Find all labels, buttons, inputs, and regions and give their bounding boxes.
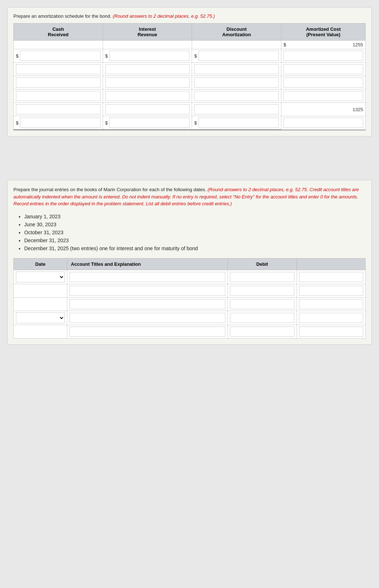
date-item-4: December 31, 2023 — [24, 236, 366, 244]
journal-debit-1a — [228, 270, 297, 284]
amort-initial-discount — [192, 41, 281, 49]
date-item-2: June 30, 2023 — [24, 220, 366, 228]
journal-col-debit: Debit — [228, 258, 297, 270]
section-spacer — [0, 144, 379, 173]
amort-row3-cash — [14, 76, 103, 89]
journal-credit-2a — [297, 311, 365, 325]
journal-credit-input-2b[interactable] — [299, 327, 363, 337]
journal-credit-input-2a[interactable] — [299, 313, 363, 323]
journal-debit-2b — [228, 325, 297, 338]
journal-table: Date Account Titles and Explanation Debi… — [13, 258, 366, 339]
amort-row3-interest-input[interactable] — [105, 77, 190, 88]
amort-row3-amort-input[interactable] — [284, 77, 363, 88]
amort-row1-interest-input[interactable] — [109, 51, 190, 61]
journal-row-1c — [14, 297, 366, 311]
journal-account-2a — [67, 311, 228, 325]
amort-row2-interest-input[interactable] — [105, 64, 190, 74]
amort-row3-cash-input[interactable] — [16, 77, 101, 88]
journal-account-input-1c[interactable] — [69, 299, 225, 309]
journal-credit-input-1c[interactable] — [299, 299, 363, 309]
journal-date-2b — [14, 325, 67, 338]
amort-total-discount: $ — [192, 116, 281, 130]
amort-row5-cash — [14, 103, 103, 116]
amort-row2-discount-input[interactable] — [194, 64, 279, 74]
journal-account-1c — [67, 297, 228, 311]
journal-date-1: January 1, 2023 June 30, 2023 October 31… — [14, 270, 67, 284]
amort-initial-interest — [103, 41, 192, 49]
journal-debit-input-1a[interactable] — [230, 272, 294, 282]
journal-section: Prepare the journal entries on the books… — [7, 180, 372, 345]
amort-row4-interest-input[interactable] — [105, 91, 190, 101]
col-header-discount: DiscountAmortization — [192, 24, 281, 41]
amort-row4-cash — [14, 89, 103, 103]
amort-row3-discount-input[interactable] — [194, 77, 279, 88]
amort-total-row: $ $ $ — [14, 116, 366, 130]
amort-row5-interest-input[interactable] — [105, 104, 190, 114]
dollar-sign-total-disc: $ — [194, 120, 197, 126]
journal-credit-input-1a[interactable] — [299, 272, 363, 282]
amort-row5-discount — [192, 103, 281, 116]
amort-row1-discount: $ — [192, 49, 281, 63]
col-header-amort-cost: Amortized Cost(Present Value) — [281, 24, 366, 41]
amort-row4-cash-input[interactable] — [16, 91, 101, 101]
journal-debit-input-2b[interactable] — [230, 327, 294, 337]
amort-initial-row: $ 1255 — [14, 41, 366, 49]
amort-row1-amort — [281, 49, 366, 63]
amort-total-amort — [281, 116, 366, 130]
amort-row1-amort-input[interactable] — [284, 51, 363, 61]
journal-account-1a — [67, 270, 228, 284]
amort-row1-cash-input[interactable] — [20, 51, 100, 61]
journal-credit-input-1b[interactable] — [299, 286, 363, 296]
date-item-1: January 1, 2023 — [24, 213, 366, 220]
amort-total-interest: $ — [103, 116, 192, 130]
col-header-interest: InterestRevenue — [103, 24, 192, 41]
amort-initial-amort-cost: $ 1255 — [281, 41, 366, 49]
amort-data-row-4 — [14, 89, 366, 103]
date-item-3: October 31, 2023 — [24, 228, 366, 236]
dollar-sign-total-cash: $ — [16, 120, 18, 126]
journal-debit-1c — [228, 297, 297, 311]
amort-row3-amort — [281, 76, 366, 89]
journal-account-input-2a[interactable] — [69, 313, 225, 323]
amort-row4-amort-input[interactable] — [284, 91, 363, 101]
journal-debit-1b — [228, 284, 297, 297]
journal-debit-input-2a[interactable] — [230, 313, 294, 323]
journal-account-1b — [67, 284, 228, 297]
journal-account-input-1a[interactable] — [69, 272, 225, 282]
amort-row5-discount-input[interactable] — [194, 104, 279, 114]
amort-total-interest-input[interactable] — [109, 118, 190, 128]
amort-row1-cash: $ — [14, 49, 103, 63]
amort-data-row-2 — [14, 63, 366, 76]
journal-credit-1c — [297, 297, 365, 311]
journal-date-select-1[interactable]: January 1, 2023 June 30, 2023 October 31… — [16, 272, 65, 282]
journal-date-2: January 1, 2023 June 30, 2023 October 31… — [14, 311, 67, 325]
dollar-sign-total-int: $ — [105, 120, 108, 126]
amortization-table: CashReceived InterestRevenue DiscountAmo… — [13, 23, 366, 130]
journal-row-2a: January 1, 2023 June 30, 2023 October 31… — [14, 311, 366, 325]
dollar-sign-r1-cash: $ — [16, 53, 18, 59]
amort-row2-amort-input[interactable] — [284, 64, 363, 74]
journal-account-input-2b[interactable] — [69, 327, 225, 337]
initial-value-display: 1255 — [288, 42, 363, 47]
journal-account-input-1b[interactable] — [69, 286, 225, 296]
journal-debit-input-1c[interactable] — [230, 299, 294, 309]
amort-total-discount-input[interactable] — [199, 118, 279, 128]
amort-row2-cash-input[interactable] — [16, 64, 101, 74]
amort-total-cash: $ — [14, 116, 103, 130]
journal-credit-1a — [297, 270, 365, 284]
journal-col-account: Account Titles and Explanation — [67, 258, 228, 270]
journal-credit-2b — [297, 325, 365, 338]
journal-date-1c — [14, 297, 67, 311]
amort-total-amort-input[interactable] — [284, 118, 363, 128]
journal-row-1a: January 1, 2023 June 30, 2023 October 31… — [14, 270, 366, 284]
journal-date-select-2[interactable]: January 1, 2023 June 30, 2023 October 31… — [16, 312, 65, 323]
amort-total-cash-input[interactable] — [20, 118, 100, 128]
journal-col-date: Date — [14, 258, 67, 270]
journal-debit-input-1b[interactable] — [230, 286, 294, 296]
date-item-5: December 31, 2025 (two entries) one for … — [24, 244, 366, 252]
amort-row5-cash-input[interactable] — [16, 104, 101, 114]
amort-row1-discount-input[interactable] — [199, 51, 279, 61]
amort-data-row-1: $ $ $ — [14, 49, 366, 63]
amort-initial-cash — [14, 41, 103, 49]
amort-row4-discount-input[interactable] — [194, 91, 279, 101]
